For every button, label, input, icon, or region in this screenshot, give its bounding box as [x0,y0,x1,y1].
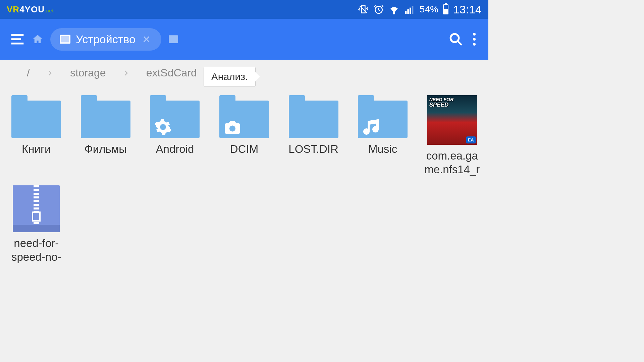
tab-device[interactable]: Устройство ✕ [50,28,161,51]
svg-rect-6 [412,6,414,14]
thumb-title: NEED FORSPEED [429,97,453,108]
camera-icon [223,118,241,136]
chevron-right-icon [47,67,53,79]
wifi-icon [389,4,399,15]
svg-line-14 [458,41,462,45]
folder-icon [81,95,130,138]
item-label: Книги [22,142,51,156]
item-label: need-for-speed-no- [6,236,67,264]
tab-label: Устройство [76,33,136,46]
svg-rect-4 [407,9,409,14]
item-label: Android [156,142,194,156]
folder-icon [358,95,408,138]
battery-icon [443,4,448,14]
gear-icon [154,118,172,136]
tab-close-button[interactable]: ✕ [141,34,152,45]
clock: 13:14 [453,3,482,16]
breadcrumb-storage[interactable]: storage [70,67,106,79]
battery-percentage: 54% [420,4,438,15]
svg-rect-3 [405,11,407,14]
item-label: LOST.DIR [288,142,338,156]
app-thumbnail: NEED FORSPEED EA [427,95,477,145]
logo-4: 4 [19,4,24,14]
alarm-icon [373,4,384,15]
status-bar: VR4YOU.net 54% 13:14 [0,0,488,19]
file-item[interactable]: need-for-speed-no- [3,183,69,267]
menu-button[interactable] [10,32,25,47]
sdcard-tab-button[interactable] [169,35,178,44]
analyze-button[interactable]: Анализ. [204,67,256,87]
app-bar: Устройство ✕ [0,19,488,60]
folder-item[interactable]: LOST.DIR [280,93,346,179]
folder-item[interactable]: Книги [3,93,69,179]
logo-net: .net [45,8,54,13]
breadcrumb-root[interactable]: / [27,67,30,79]
folder-item[interactable]: Music [350,93,416,179]
svg-rect-11 [61,36,69,43]
hamburger-icon [10,32,25,47]
dot-icon [473,33,476,36]
svg-rect-17 [368,122,370,131]
vibrate-icon [358,4,369,15]
folder-icon [289,95,338,138]
svg-rect-12 [169,35,178,43]
music-icon [362,118,380,136]
chevron-right-icon [123,67,129,79]
dot-icon [473,38,476,41]
watermark-logo: VR4YOU.net [7,4,54,15]
sdcard-icon [169,35,178,44]
svg-rect-2 [394,12,395,14]
item-label: DCIM [230,142,258,156]
file-grid: Книги Фильмы Android DCIM LOST.DIR [0,86,488,273]
storage-icon [60,35,70,44]
status-icons: 54% 13:14 [358,3,482,16]
ea-badge: EA [466,136,476,143]
file-item[interactable]: NEED FORSPEED EA com.ea.game.nfs14_r [419,93,485,179]
folder-icon [150,95,200,138]
breadcrumb-extsdcard[interactable]: extSdCard [146,67,197,79]
svg-rect-18 [376,120,378,130]
dot-icon [473,43,476,46]
folder-item[interactable]: Фильмы [73,93,139,179]
folder-icon [219,95,269,138]
home-button[interactable] [32,34,43,45]
more-button[interactable] [470,33,478,46]
breadcrumb-bar: / storage extSdCard Анализ. [0,60,488,86]
search-button[interactable] [449,32,463,46]
zip-icon [13,185,60,232]
logo-vr: VR [7,4,19,14]
search-icon [449,32,463,46]
svg-point-13 [450,34,459,42]
folder-item[interactable]: Android [142,93,208,179]
logo-you: YOU [25,4,45,14]
item-label: Music [368,142,397,156]
folder-item[interactable]: DCIM [211,93,277,179]
item-label: Фильмы [85,142,127,156]
item-label: com.ea.game.nfs14_r [422,149,482,177]
svg-rect-1 [393,12,394,14]
svg-rect-5 [410,8,411,14]
home-icon [32,34,43,45]
signal-icon [404,4,415,15]
folder-icon [11,95,61,138]
